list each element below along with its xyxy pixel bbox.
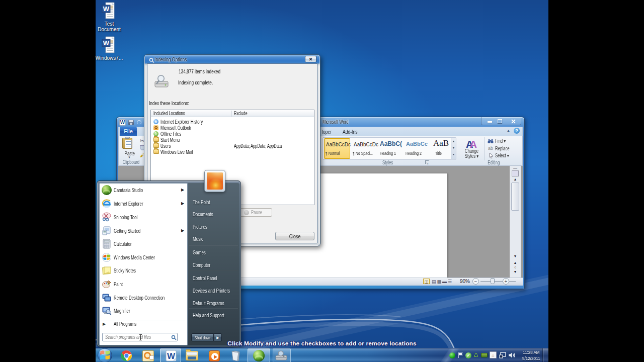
svg-text:W: W — [103, 5, 110, 13]
svg-text:W: W — [103, 39, 110, 47]
svg-text:W: W — [167, 351, 176, 361]
